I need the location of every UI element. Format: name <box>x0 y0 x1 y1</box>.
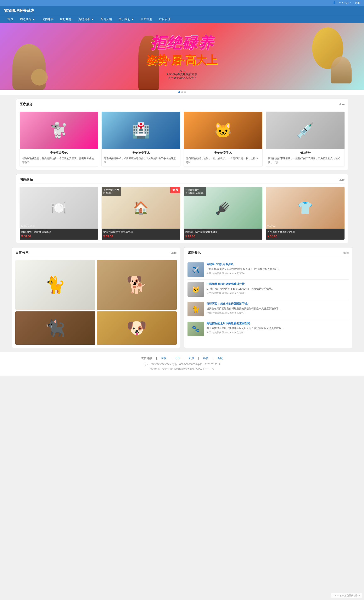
pet-news-title: 宠物资讯 <box>188 251 201 255</box>
news-meta-1: 分类: 站内新闻 添加人:admin 点击率4 <box>207 272 349 275</box>
news-title-1[interactable]: 宠物坐飞机托运多少钱 <box>207 262 349 266</box>
daily-share-title: 日常分享 <box>15 251 29 255</box>
products-more[interactable]: More <box>338 178 345 181</box>
product-img-4: 👕 JD.COM <box>266 187 345 229</box>
product-body-2: 蒙古包猫窝秋冬季保暖猫屋 ¥ 69.00 <box>102 229 180 240</box>
nav-about[interactable]: 关于我们 ▼ <box>115 15 137 23</box>
medical-title: 医疗服务 <box>19 102 33 106</box>
share-img-2: 🐕 <box>97 260 177 310</box>
medical-img-1: 🐩 <box>20 112 98 149</box>
medical-card-desc-4: 疫苗都是皮下注射的，一般都打在脖子周围，因为那里的皮比较松弛，比较 <box>268 157 342 164</box>
nav-register[interactable]: 用户注册 <box>137 15 155 23</box>
nav-feedback[interactable]: 留言反馈 <box>97 15 115 23</box>
product-price-3: ¥ 29.00 <box>185 234 261 238</box>
news-excerpt-3: 当买主在买英国短毛猫时最重要的就是如何挑选一只健康的猫咪了... <box>207 307 349 310</box>
share-img-1: 🐈 <box>15 260 95 310</box>
header: 宠物管理服务系统 <box>0 6 364 15</box>
nav-news[interactable]: 宠物资讯 ▼ <box>75 15 97 23</box>
banner-title: 拒绝碌养 <box>147 33 217 53</box>
banner-dots <box>0 90 364 95</box>
footer: 友情链接 | 网易 | QQ | 新浪 | 谷歌 | 百度 地址：XXXXXXX… <box>0 352 364 375</box>
medical-card-desc-1: 给狗狗毛发染色，首先需要选择一个正规的美容院，需要用专业的宠物染 <box>22 157 96 164</box>
product-price-1: ¥ 58.00 <box>21 234 97 238</box>
medical-card-body-3: 宠物绝育手术 他们的猫能能比较强，一般比好几只，一年还不只是一胎，这样你可以 <box>184 149 262 167</box>
medical-card-body-4: 打防疫针 疫苗都是皮下注射的，一般都打在脖子周围，因为那里的皮比较松弛，比较 <box>266 149 345 167</box>
dot-1[interactable] <box>178 91 180 93</box>
news-excerpt-2: 1、暹罗猫，价格区间：500~1500之间，此类猫是短毛猫品... <box>207 287 349 291</box>
news-content-4: 宠物猫生病之后不要急着去宠物医院! 对于养猫咪手主说只要猫咪生病之后及时送往宠物… <box>207 322 349 336</box>
product-body-1: 狗狗用品自动喂食宿喂水器 ¥ 58.00 <box>20 229 98 240</box>
medical-card-title-2: 宠物接骨手术 <box>104 151 178 155</box>
footer-link-qq[interactable]: QQ <box>175 356 180 360</box>
footer-copyright: 版权所有：常州好爱它宠物管理服务系统 ICP备：*******号 <box>4 367 360 371</box>
banner-dog-head <box>31 69 48 85</box>
footer-link-google[interactable]: 谷歌 <box>203 356 209 360</box>
nav-medical[interactable]: 医疗服务 <box>57 15 75 23</box>
nav-home[interactable]: 首页 <box>4 15 17 23</box>
news-content-3: 猫咪买卖：怎么样挑选英国短毛猫? 当买主在买英国短毛猫时最重要的就是如何挑选一只… <box>207 302 349 316</box>
pet-news-section: 宠物资讯 More ✈️ 宠物坐飞机托运多少钱 飞机场托运宠物安全吗?大约需要多… <box>184 247 352 348</box>
medical-card-body-1: 宠物毛发染色 给狗狗毛发染色，首先需要选择一个正规的美容院，需要用专业的宠物染 <box>20 149 98 167</box>
chevron-down-icon2: ▼ <box>91 18 94 21</box>
products-title: 周边商品 <box>19 178 33 182</box>
medical-cards-grid: 🐩 宠物毛发染色 给狗狗毛发染色，首先需要选择一个正规的美容院，需要用专业的宠物… <box>19 112 345 167</box>
product-label-2: 百变动物造型窝四季通用 <box>102 187 121 196</box>
medical-img-4: 💉 <box>266 112 345 149</box>
pet-news-more[interactable]: More <box>343 251 349 254</box>
news-meta-2: 分类: 站内新闻 添加人:admin 点击率0 <box>207 291 349 295</box>
dot-2[interactable] <box>181 91 183 93</box>
daily-share-more[interactable]: More <box>171 251 177 254</box>
news-item-1: ✈️ 宠物坐飞机托运多少钱 飞机场托运宠物安全吗?大约需要多少钱？《中国民用航空… <box>188 260 349 280</box>
news-title-2[interactable]: 中国销量前10名宠物猫咪排行榜! <box>207 282 349 286</box>
news-meta-3: 分类: 行业资讯 添加人:admin 点击率3 <box>207 311 349 314</box>
daily-share-header: 日常分享 More <box>15 251 177 257</box>
user-icon: 👤 <box>333 1 336 5</box>
banner-subtitle: 姿势·屠·高大上 <box>147 53 217 67</box>
share-img-3: 🐈‍⬛ <box>15 311 95 345</box>
product-watermark-1: JD.COM 京东 <box>21 225 35 227</box>
footer-address: 地址：XXXXXXXXXXXX 电话：0000-00000000 手机：1231… <box>4 362 360 367</box>
news-item-3: 🐈 猫咪买卖：怎么样挑选英国短毛猫? 当买主在买英国短毛猫时最重要的就是如何挑选… <box>188 299 349 319</box>
user-center-link[interactable]: 个人中心 <box>339 1 349 5</box>
footer-link-sina[interactable]: 新浪 <box>189 356 194 360</box>
nav-pet-fun[interactable]: 宠物趣事 <box>39 15 57 23</box>
product-price-2: ¥ 69.00 <box>103 234 179 238</box>
share-img-4: 🐶 <box>97 311 177 345</box>
dot-3[interactable] <box>184 91 186 93</box>
news-list: ✈️ 宠物坐飞机托运多少钱 飞机场托运宠物安全吗?大约需要多少钱？《中国民用航空… <box>188 260 349 339</box>
medical-card-title-4: 打防疫针 <box>268 151 342 155</box>
footer-link-baidu[interactable]: 百度 <box>217 356 223 360</box>
products-header: 周边商品 More <box>19 178 345 184</box>
product-card-1[interactable]: 🍽️ JD.COM 京东 狗狗用品自动喂食宿喂水器 ¥ 58.00 <box>19 187 99 240</box>
product-name-3: 狗狗梳子猫毛梳大型金毛针梳 <box>185 230 261 234</box>
product-card-3[interactable]: 🪮 一键轻松除毛舒适按摩/犬猫通用 狗狗梳子猫毛梳大型金毛针梳 ¥ 29.00 <box>183 187 263 240</box>
news-item-2: 🐱 中国销量前10名宠物猫咪排行榜! 1、暹罗猫，价格区间：500~1500之间… <box>188 280 349 299</box>
footer-link-163[interactable]: 网易 <box>161 356 166 360</box>
medical-img-2: 🏥 <box>102 112 180 149</box>
product-body-4: 狗狗衣服宠物衣服秋冬季 ¥ 35.00 <box>266 229 345 240</box>
product-watermark-4: JD.COM <box>267 225 276 227</box>
footer-links: 友情链接 | 网易 | QQ | 新浪 | 谷歌 | 百度 <box>4 356 360 360</box>
site-logo: 宠物管理服务系统 <box>4 8 360 13</box>
medical-more[interactable]: More <box>338 103 345 106</box>
logout-link[interactable]: 退出 <box>355 1 360 5</box>
product-card-2[interactable]: 🏠 百变动物造型窝四季通用 大号 蒙古包猫窝秋冬季保暖猫屋 ¥ 69.00 <box>101 187 181 240</box>
hero-banner: 拒绝碌养 姿势·屠·高大上 2014 Ambaby春夏服装发布会 这个夏天就要高… <box>0 23 364 90</box>
medical-img-3: 🐱 <box>184 112 262 149</box>
nav-admin[interactable]: 后台管理 <box>155 15 174 23</box>
nav-products[interactable]: 周边商品 ▼ <box>17 15 39 23</box>
banner-year: 2014 Ambaby春夏服装发布会 这个夏天就要高高大上 <box>147 69 217 80</box>
product-card-4[interactable]: 👕 JD.COM 狗狗衣服宠物衣服秋冬季 ¥ 35.00 <box>266 187 345 240</box>
medical-card-4: 💉 打防疫针 疫苗都是皮下注射的，一般都打在脖子周围，因为那里的皮比较松弛，比较 <box>266 112 345 167</box>
bottom-grid: 日常分享 More 🐈 🐕 🐈‍⬛ 🐶 宠物资讯 More ✈️ <box>8 247 356 348</box>
news-thumb-2: 🐱 <box>188 282 204 297</box>
chevron-down-icon3: ▼ <box>131 18 134 21</box>
news-title-3[interactable]: 猫咪买卖：怎么样挑选英国短毛猫? <box>207 302 349 306</box>
medical-card-desc-2: 宠物做接骨手术，术后应该注意些什么？如果是刚做了手术的注意不 <box>104 157 178 164</box>
product-img-1: 🍽️ JD.COM 京东 <box>20 187 98 229</box>
main-nav: 首页 周边商品 ▼ 宠物趣事 医疗服务 宠物资讯 ▼ 留言反馈 关于我们 ▼ 用… <box>0 15 364 23</box>
news-title-4[interactable]: 宠物猫生病之后不要急着去宠物医院! <box>207 322 349 325</box>
news-thumb-1: ✈️ <box>188 262 204 277</box>
news-content-1: 宠物坐飞机托运多少钱 飞机场托运宠物安全吗?大约需要多少钱？《中国民用航空旅客行… <box>207 262 349 277</box>
medical-header: 医疗服务 More <box>19 102 345 108</box>
